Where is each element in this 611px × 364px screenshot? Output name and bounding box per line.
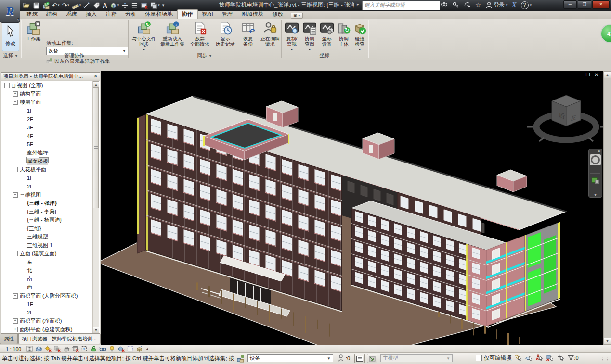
tab-体量和场地[interactable]: 体量和场地 bbox=[141, 10, 177, 19]
tree-item-3[interactable]: 1F bbox=[1, 107, 100, 115]
drag-elements-on-selection-toggle[interactable] bbox=[556, 354, 565, 362]
tree-item-16[interactable]: {三维 - 杨雨迪} bbox=[1, 216, 100, 225]
align-dimension-icon[interactable] bbox=[83, 2, 91, 9]
search-input[interactable]: 键入关键字或短语 bbox=[362, 1, 440, 10]
tree-item-7[interactable]: 5F bbox=[1, 140, 100, 149]
design-options-dialog-button[interactable] bbox=[354, 354, 365, 363]
tree-item-17[interactable]: {三维} bbox=[1, 225, 100, 233]
text-icon[interactable]: A bbox=[103, 2, 107, 9]
tree-item-20[interactable]: −立面 (建筑立面) bbox=[1, 250, 100, 258]
zoom-button[interactable] bbox=[591, 176, 600, 185]
browser-scrollbar[interactable]: ▲ ▼ bbox=[92, 81, 99, 333]
canvas-scroll-up-icon[interactable]: ▲ bbox=[604, 71, 611, 78]
expander-icon[interactable]: + bbox=[13, 318, 18, 324]
tree-item-5[interactable]: 3F bbox=[1, 124, 100, 132]
view-minimize-icon[interactable]: ─ bbox=[578, 72, 582, 77]
tree-item-14[interactable]: {三维 - 张洋} bbox=[1, 199, 100, 208]
displaced-elements-icon[interactable] bbox=[135, 345, 143, 352]
navbar-close-icon[interactable]: ✕ bbox=[598, 149, 601, 153]
coord-button-3[interactable]: ↻协调 主体 bbox=[336, 20, 351, 47]
select-panel-label[interactable]: 选择 ▼ bbox=[1, 52, 20, 59]
navbar-more-icon[interactable]: ▾ bbox=[589, 193, 602, 197]
view-close-icon[interactable]: ✕ bbox=[595, 72, 598, 77]
redo-icon[interactable]: ↷▾ bbox=[62, 2, 69, 9]
sync-with-central-icon[interactable]: ↻ bbox=[42, 2, 50, 9]
expander-icon[interactable]: − bbox=[13, 192, 18, 198]
save-icon[interactable] bbox=[33, 2, 40, 9]
tag-by-category-icon[interactable] bbox=[93, 2, 100, 9]
scroll-up-icon[interactable]: ▲ bbox=[93, 81, 99, 88]
tree-item-4[interactable]: 2F bbox=[1, 115, 100, 124]
reveal-hidden-elements-icon[interactable] bbox=[108, 345, 116, 352]
tab-建筑[interactable]: 建筑 bbox=[22, 10, 42, 19]
switch-windows-icon[interactable]: ▾ bbox=[150, 2, 160, 9]
tab-插入[interactable]: 插入 bbox=[81, 10, 101, 19]
coord-button-4[interactable]: 碰撞 检查▼ bbox=[352, 20, 367, 52]
tab-视图[interactable]: 视图 bbox=[198, 10, 218, 19]
expander-icon[interactable]: + bbox=[13, 327, 18, 332]
sync-button-0[interactable]: ↻与中心文件 同步▼ bbox=[131, 20, 157, 52]
scale-button[interactable]: 1 : 100 bbox=[6, 346, 21, 352]
tab-附加模块[interactable]: 附加模块 bbox=[237, 10, 268, 19]
view-restore-icon[interactable]: ❐ bbox=[586, 72, 590, 77]
scroll-down-icon[interactable]: ▼ bbox=[93, 327, 99, 333]
select-underlay-elements-toggle[interactable] bbox=[524, 354, 533, 362]
help-icon[interactable]: ?▾ bbox=[521, 1, 532, 9]
tree-item-11[interactable]: 1F bbox=[1, 174, 100, 183]
expander-icon[interactable]: − bbox=[13, 100, 18, 105]
tree-item-21[interactable]: 东 bbox=[1, 258, 100, 267]
resize-grip[interactable]: ⋮⋮ bbox=[600, 357, 610, 362]
detail-level-icon[interactable] bbox=[26, 345, 34, 352]
tree-item-22[interactable]: 北 bbox=[1, 266, 100, 275]
browser-tab[interactable]: 项目浏览器 - 技师学院机电培训... bbox=[18, 334, 101, 344]
tree-item-28[interactable]: +面积平面 (净面积) bbox=[1, 317, 100, 326]
tree-item-9[interactable]: 屋面楼板 bbox=[1, 157, 100, 166]
default-3d-view-icon[interactable]: ▾ bbox=[110, 2, 119, 9]
steering-wheel-button[interactable] bbox=[590, 154, 601, 165]
tree-item-10[interactable]: −天花板平面 bbox=[1, 165, 100, 174]
minimize-button[interactable]: ─ bbox=[563, 0, 577, 9]
temporary-hide-isolate-icon[interactable] bbox=[99, 345, 107, 352]
sync-panel-label[interactable]: 同步 ▼ bbox=[129, 52, 281, 59]
close-inactive-windows-icon[interactable] bbox=[141, 2, 148, 9]
title-flyout-arrow[interactable]: ▸ bbox=[357, 2, 359, 7]
scrollbar-thumb[interactable] bbox=[93, 88, 99, 208]
shadows-off-icon[interactable] bbox=[53, 345, 61, 352]
browser-tab[interactable]: 属性 bbox=[0, 334, 18, 344]
ribbon-display-toggle[interactable]: ▣ ▾ bbox=[291, 13, 303, 19]
view-bar-overflow-icon[interactable]: ◂ bbox=[146, 347, 148, 351]
worksharing-display-off-icon[interactable] bbox=[117, 345, 125, 352]
sign-in-icon[interactable]: 登录▾ bbox=[485, 1, 508, 9]
tab-协作[interactable]: 协作 bbox=[177, 9, 198, 19]
sync-button-2[interactable]: 放弃 全部请求 bbox=[188, 20, 212, 47]
sync-button-1[interactable]: ↓重新载入 最新工作集 bbox=[159, 20, 186, 47]
tree-item-0[interactable]: −❑视图 (全部) bbox=[1, 81, 100, 90]
tree-item-25[interactable]: −面积平面 (人防分区面积) bbox=[1, 292, 100, 301]
keyring-icon[interactable] bbox=[452, 1, 459, 9]
tree-item-6[interactable]: 4F bbox=[1, 132, 100, 140]
thin-lines-icon[interactable] bbox=[131, 2, 138, 9]
expander-icon[interactable]: + bbox=[13, 91, 18, 97]
undo-icon[interactable]: ↶▾ bbox=[52, 2, 59, 9]
canvas-scroll-down-icon[interactable]: ▼ bbox=[604, 338, 611, 345]
sync-button-4[interactable]: ↶恢复 备份 bbox=[239, 20, 257, 47]
coord-button-1[interactable]: 协调 查阅▼ bbox=[301, 20, 318, 52]
modify-button[interactable]: 修改 bbox=[2, 21, 19, 51]
tree-item-15[interactable]: {三维 - 李枭} bbox=[1, 208, 100, 216]
tab-管理[interactable]: 管理 bbox=[218, 10, 237, 19]
viewcube[interactable]: 后 左 bbox=[527, 95, 603, 141]
expander-icon[interactable]: − bbox=[13, 167, 18, 172]
tree-item-12[interactable]: 2F bbox=[1, 182, 100, 191]
editable-only-checkbox[interactable] bbox=[476, 355, 482, 361]
tree-item-19[interactable]: 三维视图 1 bbox=[1, 241, 100, 250]
visual-style-icon[interactable] bbox=[35, 345, 43, 352]
coord-button-0[interactable]: 复制/ 监视▼ bbox=[283, 20, 300, 52]
editing-requests-indicator[interactable]: :0 bbox=[338, 354, 350, 362]
rendering-dialog-icon[interactable] bbox=[62, 345, 70, 352]
restore-button[interactable]: ❐ bbox=[578, 0, 591, 9]
revit-logo-button[interactable]: R▾ bbox=[0, 0, 20, 23]
3d-model-view[interactable]: 后 左 bbox=[101, 71, 603, 345]
drawing-area[interactable]: 后 左 ─ ❐ ✕ ✕ ▾ bbox=[101, 71, 603, 345]
customize-qat-icon[interactable]: ▾ bbox=[162, 3, 165, 8]
tree-item-8[interactable]: 室外地坪 bbox=[1, 149, 100, 157]
